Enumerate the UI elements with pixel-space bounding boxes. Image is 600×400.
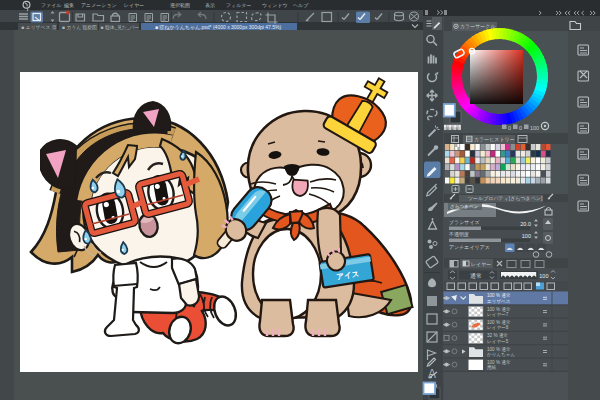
svg-text:100 % 通常: 100 % 通常: [487, 306, 511, 312]
svg-text:0: 0: [519, 125, 522, 131]
svg-text:エリザベス: エリザベス: [487, 299, 511, 304]
svg-text:レイヤー5: レイヤー5: [487, 339, 509, 344]
svg-text:カラーサークル: カラーサークル: [460, 23, 496, 29]
svg-text:アニメーション: アニメーション: [81, 2, 117, 8]
svg-text:100: 100: [522, 233, 531, 239]
svg-text:ブラシサイズ: ブラシサイズ: [449, 219, 481, 225]
svg-text:100: 100: [539, 273, 548, 279]
svg-text:100 % 通常: 100 % 通常: [487, 319, 511, 325]
svg-text:100 % 通常: 100 % 通常: [487, 359, 511, 365]
svg-text:不透明度: 不透明度: [449, 231, 469, 238]
svg-text:ファイル: ファイル: [41, 2, 61, 8]
svg-text:レイヤー: レイヤー: [124, 2, 144, 8]
svg-text:■ 観体_見た_パー: ■ 観体_見た_パー: [101, 24, 140, 31]
svg-text:選択範囲: 選択範囲: [170, 2, 190, 9]
svg-text:ツールプロパティ[ざらつきペン]: ツールプロパティ[ざらつきペン]: [468, 195, 543, 202]
svg-text:100 % 通常: 100 % 通常: [487, 292, 511, 298]
svg-text:■ カうん 観察図: ■ カうん 観察図: [62, 24, 97, 31]
svg-text:ウィンドウ: ウィンドウ: [262, 2, 288, 8]
svg-text:ヘルプ: ヘルプ: [293, 2, 309, 8]
svg-text:20.0: 20.0: [520, 221, 531, 227]
svg-text:通常: 通常: [470, 272, 482, 279]
svg-text:■ 寝ねかうんちゃん.psd* (4000 x 3000px: ■ 寝ねかうんちゃん.psd* (4000 x 3000px 300dpi 47…: [155, 24, 281, 31]
svg-text:100: 100: [530, 125, 539, 131]
svg-text:0: 0: [508, 125, 511, 131]
svg-text:アンチエイリアス: アンチエイリアス: [449, 244, 490, 250]
svg-text:32 % 通常: 32 % 通常: [487, 332, 508, 338]
svg-text:用紙: 用紙: [487, 365, 497, 371]
svg-text:■ エリザベス 薄: ■ エリザベス 薄: [22, 25, 57, 30]
svg-text:編集: 編集: [63, 2, 74, 8]
svg-text:フィルター: フィルター: [226, 2, 251, 8]
svg-text:レイヤー: レイヤー: [471, 261, 491, 267]
svg-text:100 % 通常: 100 % 通常: [487, 346, 511, 352]
svg-text:ざらつきペン: ざらつきペン: [450, 204, 479, 209]
svg-text:レイヤー7: レイヤー7: [487, 312, 509, 317]
svg-text:カラーヒストリー: カラーヒストリー: [474, 136, 515, 142]
svg-text:レイヤー8: レイヤー8: [487, 325, 509, 330]
svg-text:表示: 表示: [205, 2, 215, 8]
svg-text:かりんちゃん: かりんちゃん: [487, 352, 516, 357]
